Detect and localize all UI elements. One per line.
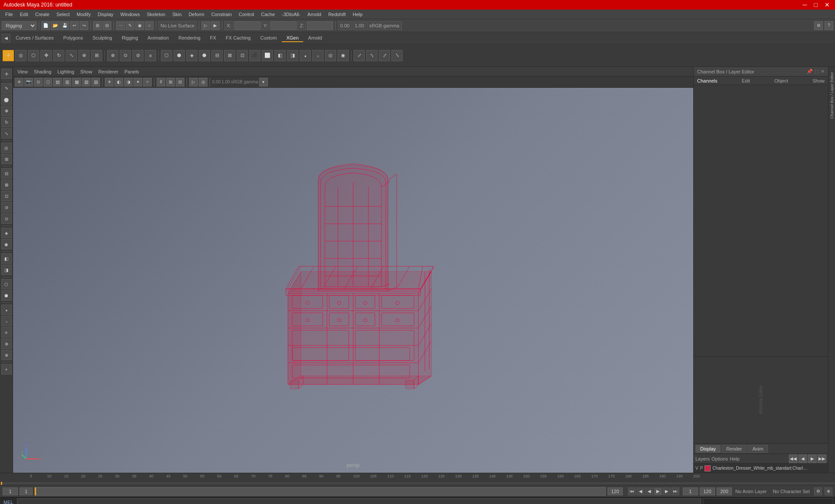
x-input[interactable] — [234, 21, 261, 30]
menu-arnold[interactable]: Arnold — [304, 11, 325, 18]
shelf-tab-animation[interactable]: Animation — [143, 34, 173, 42]
deselect-btn[interactable]: ○ — [145, 21, 154, 30]
range-start-input[interactable] — [683, 487, 698, 495]
ipr-left-btn[interactable]: ◉ — [1, 239, 12, 249]
shelf-icon-4[interactable]: ✥ — [40, 50, 52, 61]
shelf-icon-9[interactable]: ⊗ — [107, 50, 118, 61]
menu-help[interactable]: Help — [349, 11, 366, 18]
vp-light-btn[interactable]: ☀ — [105, 78, 114, 86]
viewport-menu-show[interactable]: Show — [78, 68, 95, 75]
step-fwd-btn[interactable]: ▶ — [663, 487, 671, 495]
viewport-menu-renderer[interactable]: Renderer — [96, 68, 121, 75]
shelf-tab-polygons[interactable]: Polygons — [59, 34, 87, 42]
viewport-menu-panels[interactable]: Panels — [122, 68, 142, 75]
vp-xray2-btn[interactable]: ✧ — [143, 78, 152, 86]
vp-gamma-dropdown[interactable]: ▾ — [259, 78, 268, 86]
layer-entry[interactable]: V P Charleston_Dresser_White_mb_standart… — [694, 463, 828, 473]
shelf-icon-11[interactable]: ⊘ — [132, 50, 144, 61]
playback-range-slider[interactable] — [34, 487, 606, 496]
tab-object[interactable]: Object — [775, 78, 788, 83]
menu-skin[interactable]: Skin — [169, 11, 185, 18]
shelf-icon-18[interactable]: ⊠ — [224, 50, 235, 61]
snap-to-curve-btn[interactable]: ⊠ — [1, 179, 12, 190]
redo-btn[interactable]: ↪ — [80, 21, 88, 30]
rotate-tool-btn[interactable]: ↻ — [1, 117, 12, 127]
layer-prev2-btn[interactable]: ◀ — [798, 454, 807, 463]
shelf-icon-2[interactable]: ◎ — [15, 50, 27, 61]
shelf-icon-16[interactable]: ⬣ — [199, 50, 210, 61]
menu-create[interactable]: Create — [32, 11, 53, 18]
expand-tool-btn[interactable]: + — [1, 364, 12, 375]
tab-show[interactable]: Show — [812, 78, 825, 83]
go-to-end-btn[interactable]: ⏭ — [671, 487, 679, 495]
z-input[interactable] — [307, 21, 333, 30]
options-label[interactable]: Options — [711, 456, 728, 461]
window-controls[interactable]: ─ □ ✕ — [801, 1, 832, 8]
vp-mode1-btn[interactable]: ▤ — [53, 78, 62, 86]
vp-xray-btn[interactable]: ✦ — [134, 78, 142, 86]
vp-render-preview-btn[interactable]: ▷ — [189, 78, 198, 86]
shelf-icon-10[interactable]: ⊙ — [120, 50, 131, 61]
shelf-tab-fxcaching[interactable]: FX Caching — [221, 34, 255, 42]
paint-tool-btn[interactable]: ✎ — [1, 83, 12, 93]
char-set-options-btn[interactable]: ⚙ — [814, 487, 822, 495]
extra-btn-2[interactable]: ⬦ — [1, 316, 12, 326]
shelf-icon-26[interactable]: ◎ — [325, 50, 336, 61]
layer-playback-btn[interactable]: P — [700, 466, 703, 471]
y-input[interactable] — [271, 21, 297, 30]
viewport-canvas[interactable]: .wire { stroke: #dd1144; stroke-width: 1… — [13, 88, 693, 473]
shelf-icon-13[interactable]: ⬡ — [161, 50, 172, 61]
extra-btn-4[interactable]: ⊕ — [1, 338, 12, 349]
snap-to-grid-left-btn[interactable]: ⊟ — [1, 168, 12, 179]
total-end-input[interactable] — [717, 487, 732, 495]
lasso-select-btn[interactable]: ⋯ — [116, 21, 125, 30]
play-back-btn[interactable]: ◀ — [645, 487, 653, 495]
shelf-icon-8[interactable]: ⊞ — [91, 50, 102, 61]
shelf-icon-5[interactable]: ↻ — [53, 50, 64, 61]
select-all-btn[interactable]: ◉ — [135, 21, 144, 30]
extra-btn-1[interactable]: ⬧ — [1, 305, 12, 315]
undo-btn[interactable]: ↩ — [70, 21, 79, 30]
shelf-icon-25[interactable]: ⬦ — [312, 50, 324, 61]
shelf-icon-23[interactable]: ◨ — [287, 50, 298, 61]
step-back-btn[interactable]: ◀ — [637, 487, 645, 495]
soft-select-btn[interactable]: ◎ — [1, 143, 12, 153]
help-btn2[interactable]: ? — [825, 21, 833, 30]
shelf-icon-6[interactable]: ⤡ — [66, 50, 77, 61]
shelf-icon-15[interactable]: ◈ — [186, 50, 197, 61]
shelf-icon-20[interactable]: ⬛ — [249, 50, 261, 61]
shelf-icon-22[interactable]: ◧ — [274, 50, 286, 61]
shelf-tab-custom[interactable]: Custom — [256, 34, 281, 42]
play-fwd-btn[interactable]: ▶ — [654, 487, 662, 495]
minimize-button[interactable]: ─ — [801, 1, 809, 8]
vp-wireframe-btn[interactable]: ⬡ — [43, 78, 52, 86]
timeline-scrubber[interactable] — [0, 481, 835, 485]
snap-to-surface-btn[interactable]: ⊙ — [1, 213, 12, 224]
select-tool-btn[interactable]: ✛ — [1, 69, 12, 79]
channel-box-close[interactable]: ✕ — [821, 69, 825, 74]
layer-prev-btn[interactable]: ◀◀ — [789, 454, 798, 463]
shelf-icon-31[interactable]: ⤥ — [391, 50, 403, 61]
menu-modify[interactable]: Modify — [73, 11, 94, 18]
vp-cam-tools-btn[interactable]: ◎ — [199, 78, 207, 86]
viewport-menu-shading[interactable]: Shading — [31, 68, 54, 75]
menu-edit[interactable]: Edit — [17, 11, 32, 18]
save-scene-btn[interactable]: 💾 — [60, 21, 69, 30]
attr-strip-label[interactable]: Channel Box / Layer Editor — [830, 72, 834, 119]
tab-channels[interactable]: Channels — [697, 78, 717, 83]
shelf-icon-17[interactable]: ⊟ — [211, 50, 223, 61]
vp-resolution-btn[interactable]: ⊟ — [176, 78, 184, 86]
menu-redshift[interactable]: Redshift — [325, 11, 349, 18]
shelf-tab-rendering[interactable]: Rendering — [174, 34, 205, 42]
snap-to-view-btn[interactable]: ⊘ — [1, 202, 12, 212]
menu-deform[interactable]: Deform — [185, 11, 208, 18]
maximize-button[interactable]: □ — [812, 1, 819, 8]
shelf-icon-27[interactable]: ◉ — [337, 50, 349, 61]
viewport-menu-view[interactable]: View — [15, 68, 30, 75]
group-btn[interactable]: ⬡ — [1, 279, 12, 289]
workspace-dropdown[interactable]: Rigging — [2, 21, 37, 30]
layers-label[interactable]: Layers — [695, 456, 710, 461]
isolate-btn[interactable]: ◨ — [1, 265, 12, 275]
shelf-left-arrow[interactable]: ◀ — [2, 34, 10, 43]
shelf-icon-19[interactable]: ⊡ — [237, 50, 248, 61]
